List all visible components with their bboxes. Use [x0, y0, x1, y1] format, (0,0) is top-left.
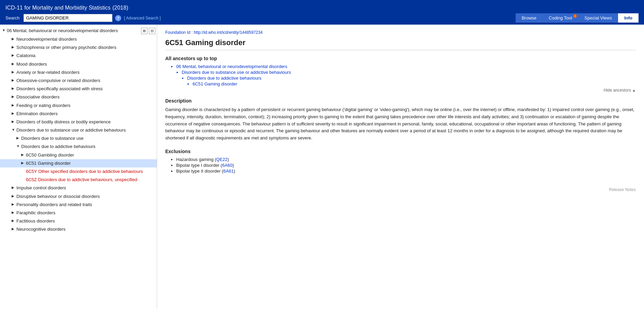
exclusion-item-3: Bipolar type II disorder (6A61)	[176, 168, 636, 174]
tree-item-neurocognitive[interactable]: ▶ Neurocognitive disorders	[0, 225, 157, 233]
tree-item-substance-use[interactable]: ▶ Disorders due to substance use	[0, 134, 157, 143]
foundation-id-label: Foundation Id :	[165, 30, 193, 35]
hide-ancestors-label: Hide ancestors	[604, 88, 631, 93]
gaming-arrow: ▶	[21, 161, 26, 165]
schizophrenia-arrow: ▶	[12, 45, 16, 50]
entity-code: 6C51	[165, 38, 183, 47]
obsessive-label: Obsessive-compulsive or related disorder…	[16, 78, 155, 84]
tree-item-feeding[interactable]: ▶ Feeding or eating disorders	[0, 102, 157, 110]
tree-item-dissociative[interactable]: ▶ Dissociative disorders	[0, 93, 157, 101]
6c5z-label: 6C5Z Disorders due to addictive behaviou…	[26, 177, 155, 183]
paraphilic-label: Paraphilic disorders	[16, 210, 155, 216]
tree-item-gambling[interactable]: ▶ 6C50 Gambling disorder	[0, 151, 157, 159]
entity-name-text: Gaming disorder	[185, 38, 246, 47]
tree-item-elimination[interactable]: ▶ Elimination disorders	[0, 110, 157, 118]
ancestors-list: 06 Mental, behavioural or neurodevelopme…	[171, 64, 636, 86]
ancestor-link-2[interactable]: Disorders due to substance use or addict…	[182, 70, 291, 75]
tree-item-impulse[interactable]: ▶ Impulse control disorders	[0, 184, 157, 192]
advanced-search-link[interactable]: [ Advanced Search ]	[124, 16, 160, 21]
exclusion-label-3: Bipolar type II disorder	[176, 168, 221, 174]
anxiety-arrow: ▶	[12, 70, 16, 75]
tree-root[interactable]: ▼ 06 Mental, behavioural or neurodevelop…	[0, 27, 157, 35]
exclusion-label-2: Bipolar type I disorder	[176, 163, 219, 168]
tree-item-personality[interactable]: ▶ Personality disorders and related trai…	[0, 201, 157, 209]
ancestor-link-3[interactable]: Disorders due to addictive behaviours	[187, 76, 262, 81]
tab-info[interactable]: Info	[618, 13, 639, 23]
description-title: Description	[165, 98, 636, 104]
foundation-id-url[interactable]: http://id.who.int/icd/entity/1448597234	[194, 30, 262, 35]
paraphilic-arrow: ▶	[12, 210, 16, 215]
ancestor-item-3[interactable]: Disorders due to addictive behaviours	[187, 76, 636, 81]
description-text: Gaming disorder is characterized by a pa…	[165, 106, 636, 142]
tree-item-obsessive[interactable]: ▶ Obsessive-compulsive or related disord…	[0, 77, 157, 85]
bodily-arrow: ▶	[12, 119, 16, 124]
tab-coding-tool[interactable]: Coding Tool!	[543, 13, 578, 23]
factitious-arrow: ▶	[12, 218, 16, 223]
feeding-arrow: ▶	[12, 103, 16, 108]
tree-item-6c5z[interactable]: 6C5Z Disorders due to addictive behaviou…	[0, 176, 157, 184]
elimination-label: Elimination disorders	[16, 111, 155, 117]
tab-browse[interactable]: Browse	[516, 13, 543, 23]
ancestor-item-1[interactable]: 06 Mental, behavioural or neurodevelopme…	[176, 64, 636, 69]
impulse-label: Impulse control disorders	[16, 185, 155, 191]
ancestor-item-2[interactable]: Disorders due to substance use or addict…	[182, 70, 636, 75]
exclusions-list: Hazardous gaming (QE22) Bipolar type I d…	[171, 157, 636, 174]
ancestors-title: All ancestors up to top	[165, 56, 636, 61]
release-notes[interactable]: Release Notes	[165, 187, 636, 192]
tree-item-bodily[interactable]: ▶ Disorders of bodily distress or bodily…	[0, 118, 157, 126]
neurocognitive-arrow: ▶	[12, 227, 16, 231]
tree-item-stress[interactable]: ▶ Disorders specifically associated with…	[0, 85, 157, 93]
dissociative-label: Dissociative disorders	[16, 94, 155, 100]
tree-item-6c5y[interactable]: 6C5Y Other specified disorders due to ad…	[0, 167, 157, 176]
header-bottom: Search ? [ Advanced Search ] Browse Codi…	[5, 13, 639, 23]
coding-tool-badge: !	[573, 14, 577, 18]
search-input[interactable]	[24, 14, 112, 22]
substance-use-arrow: ▶	[16, 136, 21, 140]
search-help-icon[interactable]: ?	[115, 15, 121, 21]
tree-item-addictive[interactable]: ▼ Disorders due to addictive behaviours	[0, 143, 157, 151]
personality-arrow: ▶	[12, 202, 16, 207]
tab-special-views[interactable]: Special Views	[578, 13, 618, 23]
exclusion-code-3[interactable]: 6A61	[223, 168, 234, 174]
anxiety-label: Anxiety or fear-related disorders	[16, 69, 155, 76]
tree-item-anxiety[interactable]: ▶ Anxiety or fear-related disorders	[0, 68, 157, 77]
tree-item-mood[interactable]: ▶ Mood disorders	[0, 60, 157, 68]
root-arrow: ▼	[2, 28, 7, 33]
neurocognitive-label: Neurocognitive disorders	[16, 226, 155, 232]
content-panel: Foundation Id : http://id.who.int/icd/en…	[157, 25, 644, 308]
collapse-all-btn[interactable]: ⊟	[149, 28, 155, 34]
app-title: ICD-11 for Mortality and Morbidity Stati…	[5, 3, 128, 11]
nav-tabs: Browse Coding Tool! Special Views Info	[516, 13, 639, 23]
exclusion-label-1: Hazardous gaming	[176, 157, 213, 162]
tree-item-substance[interactable]: ▼ Disorders due to substance use or addi…	[0, 126, 157, 134]
disruptive-label: Disruptive behaviour or dissocial disord…	[16, 193, 155, 200]
exclusion-code-1[interactable]: QE22	[216, 157, 227, 162]
root-label: 06 Mental, behavioural or neurodevelopme…	[7, 28, 141, 34]
search-label: Search	[5, 15, 19, 21]
disruptive-arrow: ▶	[12, 194, 16, 199]
stress-arrow: ▶	[12, 86, 16, 91]
addictive-arrow: ▼	[16, 144, 21, 149]
ancestor-link-1[interactable]: 06 Mental, behavioural or neurodevelopme…	[176, 64, 287, 69]
factitious-label: Factitious disorders	[16, 218, 155, 224]
ancestor-link-4[interactable]: 6C51 Gaming disorder	[193, 81, 237, 86]
entity-title: 6C51 Gaming disorder	[165, 38, 636, 50]
tree-item-gaming[interactable]: ▶ 6C51 Gaming disorder	[0, 159, 157, 167]
tree-item-catatonia[interactable]: ▶ Catatonia	[0, 52, 157, 60]
exclusion-item-2: Bipolar type I disorder (6A60)	[176, 163, 636, 168]
tree-item-neurodevelopmental[interactable]: ▶ Neurodevelopmental disorders	[0, 35, 157, 43]
substance-label: Disorders due to substance use or addict…	[16, 127, 155, 133]
expand-all-btn[interactable]: ⊞	[141, 28, 148, 34]
tree-item-factitious[interactable]: ▶ Factitious disorders	[0, 217, 157, 225]
exclusion-code-2[interactable]: 6A60	[222, 163, 232, 168]
ancestor-item-4[interactable]: 6C51 Gaming disorder	[193, 81, 636, 86]
neurodevelopmental-arrow: ▶	[12, 37, 16, 41]
tree-item-schizophrenia[interactable]: ▶ Schizophrenia or other primary psychot…	[0, 43, 157, 52]
dissociative-arrow: ▶	[12, 94, 16, 99]
gambling-arrow: ▶	[21, 152, 26, 157]
feeding-label: Feeding or eating disorders	[16, 103, 155, 109]
schizophrenia-label: Schizophrenia or other primary psychotic…	[16, 44, 155, 51]
tree-item-paraphilic[interactable]: ▶ Paraphilic disorders	[0, 209, 157, 217]
tree-item-disruptive[interactable]: ▶ Disruptive behaviour or dissocial diso…	[0, 192, 157, 201]
hide-ancestors-btn[interactable]: Hide ancestors ▲	[165, 88, 636, 93]
